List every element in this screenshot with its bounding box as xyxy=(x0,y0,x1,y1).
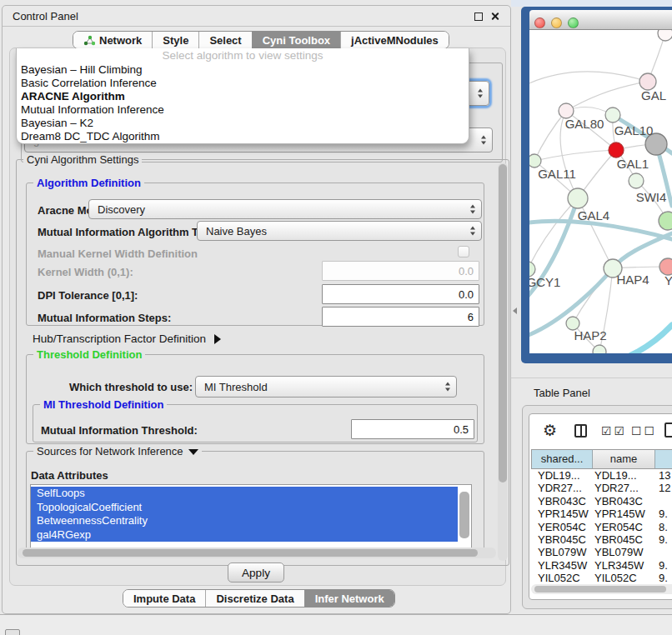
cyni-mode-tabbar: Impute Data Discretize Data Infer Networ… xyxy=(123,589,395,608)
application-root: Control Panel Network Style xyxy=(0,0,672,635)
table-horizontal-scrollbar[interactable] xyxy=(531,584,672,594)
column-header-partial[interactable]: A xyxy=(655,449,672,469)
columns-icon[interactable] xyxy=(574,424,587,438)
node-partial-top[interactable] xyxy=(658,30,672,41)
table-card: ⚙ ☑☑ ☐☐ shared... name A YDL19...YDL19..… xyxy=(529,413,672,600)
mi-type-value: Naive Bayes xyxy=(206,225,267,238)
close-icon[interactable] xyxy=(490,12,499,21)
settings-horizontal-scrollbar-thumb[interactable] xyxy=(23,549,478,557)
node-gal4[interactable] xyxy=(568,188,588,208)
tab-infer-network[interactable]: Infer Network xyxy=(304,590,394,607)
list-item[interactable]: BetweennessCentrality xyxy=(31,514,458,528)
table-horizontal-scrollbar-thumb[interactable] xyxy=(534,586,666,592)
table-row[interactable]: YBL079WYBL079W xyxy=(531,546,672,558)
table-row[interactable]: YLR345WYLR345W9. xyxy=(531,559,672,572)
node-gal7[interactable] xyxy=(639,73,656,90)
mi-threshold-group-title: MI Threshold Definition xyxy=(40,398,167,411)
tab-impute-data[interactable]: Impute Data xyxy=(123,590,205,607)
which-threshold-value: MI Threshold xyxy=(204,381,268,393)
tab-discretize-data[interactable]: Discretize Data xyxy=(205,590,303,607)
manual-kernel-label: Manual Kernel Width Definition xyxy=(38,248,198,260)
close-traffic-light-icon[interactable] xyxy=(534,18,545,28)
deselect-all-checkbox-icon[interactable]: ☐☐ xyxy=(631,424,657,438)
table-rows: YDL19...YDL19...13 YDR27...YDR27...12 YB… xyxy=(531,469,672,585)
hub-definition-expander[interactable]: Hub/Transcription Factor Definition xyxy=(33,332,221,345)
list-scrollbar-thumb[interactable] xyxy=(459,492,469,538)
mi-steps-input[interactable] xyxy=(322,307,479,327)
select-all-checkbox-icon[interactable]: ☑☑ xyxy=(601,424,627,438)
node-swi4-a[interactable] xyxy=(629,173,644,188)
kernel-width-input[interactable] xyxy=(322,261,479,281)
partial-widget xyxy=(5,629,20,635)
tab-network[interactable]: Network xyxy=(73,32,152,48)
mi-type-label: Mutual Information Algorithm Type: xyxy=(38,226,220,238)
panel-splitter-handle[interactable] xyxy=(513,308,517,314)
combo-arrows-icon xyxy=(445,382,450,392)
table-row[interactable]: YER054CYER054C8. xyxy=(531,521,672,533)
node-swi4-b[interactable] xyxy=(659,212,672,230)
control-panel-tabbar: Network Style Select Cyni Toolbox jActiv… xyxy=(73,31,449,49)
list-item[interactable]: TopologicalCoefficient xyxy=(31,501,458,515)
popup-item[interactable]: Dream8 DC_TDC Algorithm xyxy=(17,130,469,143)
popup-prompt: Select algorithm to view settings xyxy=(17,48,469,63)
label-hap4: HAP4 xyxy=(616,272,649,287)
float-window-icon[interactable] xyxy=(474,12,483,21)
tab-style[interactable]: Style xyxy=(152,32,198,48)
network-canvas[interactable]: GAL GAL80 GAL10 GAL1 GAL11 SWI4 GAL4 GCY… xyxy=(529,30,672,353)
which-threshold-label: Which threshold to use: xyxy=(69,381,193,393)
table-row[interactable]: YBR045CYBR045C9. xyxy=(531,533,672,546)
manual-kernel-checkbox[interactable] xyxy=(458,246,469,258)
popup-item[interactable]: Bayesian – K2 xyxy=(17,117,469,130)
column-header-shared-name[interactable]: shared... xyxy=(531,449,593,469)
tab-label: Network xyxy=(99,34,142,47)
popup-item[interactable]: Basic Correlation Inference xyxy=(17,77,469,90)
bottom-panel-background xyxy=(0,615,672,635)
popup-item[interactable]: Mutual Information Inference xyxy=(17,103,469,117)
minimize-traffic-light-icon[interactable] xyxy=(551,18,562,28)
popup-item-selected[interactable]: ARACNE Algorithm xyxy=(17,90,469,103)
tab-jactivemnodules[interactable]: jActiveMNodules xyxy=(340,32,449,48)
apply-button[interactable]: Apply xyxy=(228,562,284,582)
mi-threshold-input[interactable] xyxy=(351,419,474,439)
zoom-traffic-light-icon[interactable] xyxy=(568,18,579,28)
desktop-background xyxy=(511,0,672,7)
panel-separator xyxy=(511,378,672,378)
node-gal1-red[interactable] xyxy=(609,142,624,158)
node-gal11[interactable] xyxy=(529,154,541,168)
label-gal1: GAL1 xyxy=(617,157,649,171)
mi-threshold-label: Mutual Information Threshold: xyxy=(41,424,198,437)
table-row[interactable]: YIL052CYIL052C9. xyxy=(531,572,672,584)
tab-cyni-toolbox[interactable]: Cyni Toolbox xyxy=(252,32,340,48)
node-gal10[interactable] xyxy=(605,108,620,122)
settings-vertical-scrollbar[interactable] xyxy=(498,162,508,561)
sources-group-title[interactable]: Sources for Network Inference xyxy=(33,445,202,458)
tab-select[interactable]: Select xyxy=(198,32,251,48)
tab-label: Impute Data xyxy=(133,592,195,605)
which-threshold-combo[interactable]: MI Threshold xyxy=(195,376,457,398)
combo-arrows-icon xyxy=(470,205,475,214)
table-row[interactable]: YDR27...YDR27...12 xyxy=(531,482,672,494)
settings-vertical-scrollbar-thumb[interactable] xyxy=(499,164,507,482)
label-gal80: GAL80 xyxy=(565,117,604,131)
mi-steps-label: Mutual Information Steps: xyxy=(38,312,171,324)
list-item[interactable]: SelfLoops xyxy=(31,487,458,501)
dpi-tolerance-input[interactable] xyxy=(322,284,479,304)
list-item[interactable]: gal4RGexp xyxy=(31,528,458,542)
new-table-icon[interactable] xyxy=(664,422,672,438)
mi-type-combo[interactable]: Naive Bayes xyxy=(197,221,482,241)
table-row[interactable]: YDL19...YDL19...13 xyxy=(531,469,672,482)
table-panel-title: Table Panel xyxy=(534,387,590,399)
node-salmon[interactable] xyxy=(659,258,672,275)
settings-horizontal-scrollbar[interactable] xyxy=(18,548,496,558)
table-row[interactable]: YBR043CYBR043C xyxy=(531,495,672,508)
tab-label: Style xyxy=(163,34,188,47)
column-header-name[interactable]: name xyxy=(593,449,655,469)
aracne-mode-value: Discovery xyxy=(98,203,145,216)
aracne-mode-combo[interactable]: Discovery xyxy=(88,199,482,219)
popup-item[interactable]: Bayesian – Hill Climbing xyxy=(17,63,469,77)
settings-gear-icon[interactable]: ⚙ xyxy=(543,421,557,440)
control-panel-window: Control Panel Network Style xyxy=(2,5,511,614)
node-partial-bottom[interactable] xyxy=(593,345,606,353)
algorithm-definition-title: Algorithm Definition xyxy=(33,177,144,189)
table-row[interactable]: YPR145WYPR145W9. xyxy=(531,508,672,520)
